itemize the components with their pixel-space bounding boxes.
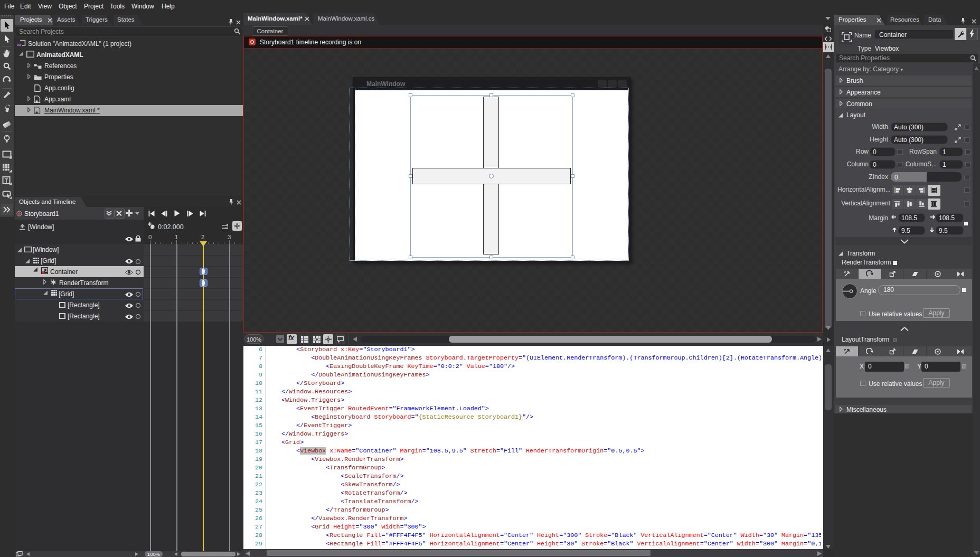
svg-text:T: T <box>5 178 8 184</box>
svg-text:∞: ∞ <box>17 40 22 48</box>
svg-text:◉: ◉ <box>35 110 39 114</box>
svg-text:◉: ◉ <box>35 99 39 103</box>
